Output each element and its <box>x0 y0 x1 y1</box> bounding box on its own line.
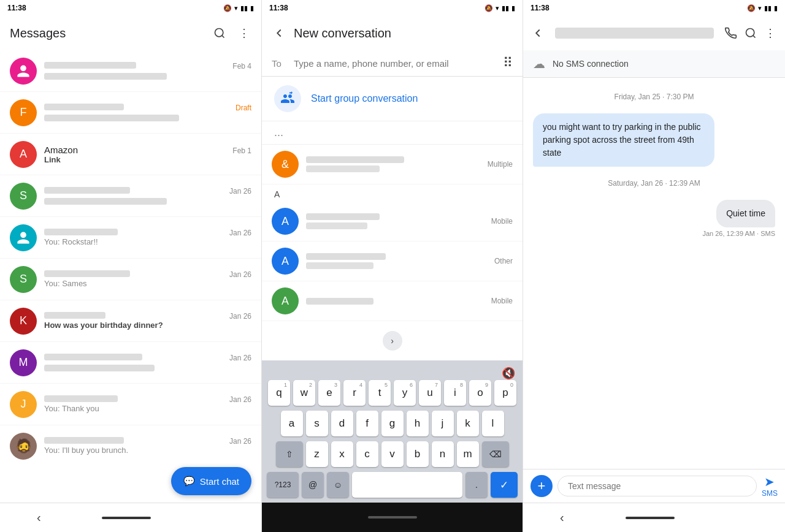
search-button[interactable] <box>743 26 758 40</box>
key-l[interactable]: l <box>482 411 504 436</box>
search-button[interactable] <box>212 26 227 40</box>
contact-item[interactable]: A Mobile <box>262 281 523 321</box>
conv-date: Feb 4 <box>232 62 251 70</box>
key-o[interactable]: 9o <box>469 380 491 406</box>
key-d[interactable]: d <box>331 411 353 436</box>
fab-area: 💬 Start chat <box>0 460 261 503</box>
conv-name-blurred <box>44 354 142 360</box>
svg-line-1 <box>222 36 224 38</box>
key-x[interactable]: x <box>331 441 353 467</box>
back-nav-icon[interactable]: ‹ <box>560 511 564 525</box>
conv-item[interactable]: F Draft <box>0 92 261 134</box>
key-q[interactable]: 1q <box>268 380 290 406</box>
chat-icon: 💬 <box>183 476 195 487</box>
conv-preview: You: Thank you <box>44 404 251 413</box>
key-g[interactable]: g <box>381 411 404 436</box>
conv-item[interactable]: M Jan 26 <box>0 342 261 384</box>
signal-icon: ▮▮ <box>764 4 772 12</box>
conv-item[interactable]: Feb 4 <box>0 50 261 92</box>
key-n[interactable]: n <box>432 441 454 467</box>
conv-item[interactable]: 🧔 Jan 26 You: I'll buy you brunch. <box>0 425 261 460</box>
ellipsis-row: ... <box>262 121 523 145</box>
message-input[interactable] <box>557 476 757 496</box>
fab-label: Start chat <box>200 476 239 487</box>
shift-key[interactable]: ⇧ <box>276 441 303 467</box>
keyboard-bottom-row: ?123 @ ☺ . ✓ <box>264 472 520 498</box>
conv-name-blurred <box>44 270 130 277</box>
start-chat-button[interactable]: 💬 Start chat <box>171 467 251 495</box>
key-w[interactable]: 2w <box>293 380 315 406</box>
contact-name-blurred <box>306 213 380 220</box>
status-bar-middle: 11:38 🔕 ▾ ▮▮ ▮ <box>262 0 523 16</box>
conv-name-blurred <box>44 229 118 235</box>
recipient-input[interactable] <box>294 58 496 69</box>
key-e[interactable]: 3e <box>318 380 340 406</box>
call-button[interactable] <box>724 26 738 40</box>
emoji-key[interactable]: ☺ <box>327 472 349 498</box>
key-v[interactable]: v <box>381 441 404 467</box>
key-c[interactable]: c <box>356 441 378 467</box>
avatar <box>10 58 37 85</box>
avatar <box>10 224 37 251</box>
wifi-icon: ▾ <box>758 4 762 12</box>
sms-warning: ☁ No SMS connection <box>523 50 785 78</box>
more-button[interactable]: ⋮ <box>237 26 251 40</box>
contact-item[interactable]: A Mobile <box>262 202 523 241</box>
enter-key[interactable]: ✓ <box>491 472 518 498</box>
date-stamp: Saturday, Jan 26 · 12:39 AM <box>533 179 775 188</box>
key-m[interactable]: m <box>457 441 479 467</box>
backspace-key[interactable]: ⌫ <box>482 441 509 467</box>
conv-item[interactable]: A Amazon Feb 1 Link <box>0 134 261 175</box>
sms-label: Jan 26, 12:39 AM · SMS <box>702 230 775 237</box>
contact-item[interactable]: & Multiple <box>262 145 523 184</box>
conv-item[interactable]: S Jan 26 You: Sames <box>0 259 261 300</box>
send-label: SMS <box>762 489 778 498</box>
key-s[interactable]: s <box>306 411 328 436</box>
svg-point-0 <box>215 29 223 37</box>
conv-name: Amazon <box>44 145 78 155</box>
expand-button[interactable]: › <box>383 331 402 351</box>
key-k[interactable]: k <box>457 411 479 436</box>
conv-preview: How was your birthday dinner? <box>44 321 251 330</box>
key-t[interactable]: 5t <box>369 380 391 406</box>
key-u[interactable]: 7u <box>419 380 441 406</box>
conv-item[interactable]: K Jan 26 How was your birthday dinner? <box>0 300 261 342</box>
avatar: M <box>10 349 37 376</box>
num-key[interactable]: ?123 <box>267 472 299 498</box>
contact-item[interactable]: A Other <box>262 241 523 281</box>
notif-icon: 🔕 <box>484 4 493 12</box>
back-nav-icon[interactable]: ‹ <box>37 511 41 525</box>
key-z[interactable]: z <box>306 441 328 467</box>
conv-item[interactable]: S Jan 26 <box>0 175 261 217</box>
conv-item[interactable]: Jan 26 You: Rockstar!! <box>0 217 261 259</box>
mic-off-button[interactable]: 🔇 <box>502 367 515 380</box>
conv-preview: You: Rockstar!! <box>44 237 251 246</box>
key-b[interactable]: b <box>407 441 429 467</box>
keypad-button[interactable]: ⠿ <box>503 55 513 71</box>
contact-type: Other <box>494 257 513 265</box>
send-button[interactable]: ➤ SMS <box>762 474 778 498</box>
at-key[interactable]: @ <box>302 472 324 498</box>
key-y[interactable]: 6y <box>394 380 416 406</box>
notification-icon: 🔕 <box>223 4 232 12</box>
wifi-icon: ▾ <box>496 4 499 12</box>
group-conversation-button[interactable]: Start group conversation <box>262 77 523 121</box>
back-button[interactable] <box>530 26 545 40</box>
key-p[interactable]: 0p <box>494 380 516 406</box>
conv-item[interactable]: J Jan 26 You: Thank you <box>0 384 261 425</box>
battery-icon: ▮ <box>250 4 254 12</box>
conv-preview: You: I'll buy you brunch. <box>44 446 251 455</box>
key-a[interactable]: a <box>281 411 303 436</box>
key-f[interactable]: f <box>356 411 378 436</box>
space-key[interactable] <box>352 472 462 498</box>
conv-preview: Link <box>44 155 251 164</box>
key-h[interactable]: h <box>407 411 429 436</box>
add-attachment-button[interactable]: + <box>530 475 553 497</box>
conv-name-blurred <box>44 62 136 69</box>
more-button[interactable]: ⋮ <box>763 26 778 40</box>
period-key[interactable]: . <box>465 472 488 498</box>
key-i[interactable]: 8i <box>444 380 466 406</box>
back-button[interactable] <box>272 26 286 40</box>
key-r[interactable]: 4r <box>343 380 366 406</box>
key-j[interactable]: j <box>432 411 454 436</box>
